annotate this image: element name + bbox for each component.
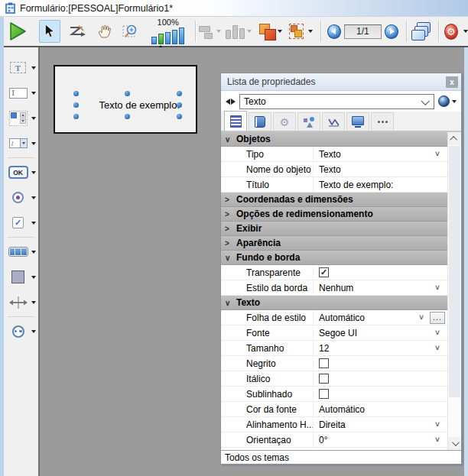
zoom-bar-4[interactable] xyxy=(172,30,177,44)
form-canvas[interactable]: Texto de exemplo: Lista de propriedades … xyxy=(40,47,464,476)
scroll-up-button[interactable] xyxy=(448,132,461,145)
chevron-down-icon[interactable]: ∨ xyxy=(418,313,424,322)
chevron-down-icon[interactable] xyxy=(31,117,36,120)
chevron-down-icon[interactable] xyxy=(31,66,36,70)
group-button[interactable] xyxy=(289,20,313,43)
selected-text-object[interactable]: Texto de exemplo: xyxy=(76,93,180,117)
property-value[interactable]: 0°∨ xyxy=(313,432,447,447)
chevron-down-icon[interactable] xyxy=(31,276,36,279)
section-header[interactable]: >Opções de redimensionamento xyxy=(221,207,447,222)
vertical-scrollbar[interactable] xyxy=(447,132,461,450)
object-prev-next-buttons[interactable] xyxy=(226,99,236,105)
next-page-button[interactable] xyxy=(385,24,398,39)
form-pages-button[interactable] xyxy=(411,20,433,43)
move-tool-button[interactable] xyxy=(94,20,115,43)
section-header[interactable]: ∨Fundo e borda xyxy=(221,251,447,265)
zoom-bar-3[interactable] xyxy=(165,32,171,44)
create-rectangle-tool[interactable] xyxy=(4,264,38,290)
object-selector-dropdown[interactable]: Texto xyxy=(239,94,434,109)
tab-chart[interactable] xyxy=(322,112,345,131)
chevron-down-icon[interactable]: ∨ xyxy=(434,283,440,292)
tab-settings[interactable]: ⚙ xyxy=(273,112,296,131)
selection-handle[interactable] xyxy=(177,91,182,96)
selection-handle[interactable] xyxy=(177,102,182,108)
section-header[interactable]: >Aparência xyxy=(221,236,447,251)
chevron-down-icon[interactable] xyxy=(31,196,36,199)
create-checkbox-tool[interactable]: ✓ xyxy=(4,210,38,235)
chevron-down-icon[interactable] xyxy=(31,142,36,145)
property-value[interactable]: Automático∨... xyxy=(313,310,447,325)
property-value[interactable]: Direita∨ xyxy=(313,417,447,432)
checkbox-unchecked[interactable] xyxy=(319,374,329,384)
checkbox-unchecked[interactable] xyxy=(319,358,329,368)
checkbox-checked[interactable]: ✓ xyxy=(319,267,329,277)
property-value[interactable]: Segoe UI∨ xyxy=(313,325,447,340)
scrollbar-thumb[interactable] xyxy=(449,146,460,397)
zoom-tool-button[interactable] xyxy=(120,20,141,43)
property-value[interactable]: 12∨ xyxy=(313,341,447,355)
chevron-down-icon[interactable] xyxy=(308,30,313,33)
chevron-down-icon[interactable]: ∨ xyxy=(434,436,440,444)
entry-order-tool-button[interactable] xyxy=(67,20,88,43)
section-header[interactable]: >Exibir xyxy=(221,222,447,236)
chevron-down-icon[interactable]: ∨ xyxy=(434,150,440,158)
chevron-down-icon[interactable] xyxy=(31,330,36,333)
zoom-scale-widget[interactable]: 100% xyxy=(148,18,188,44)
page-indicator: 1/1 xyxy=(344,24,382,39)
settings-button[interactable]: ⚙ xyxy=(444,20,468,43)
chevron-down-icon[interactable] xyxy=(278,30,282,33)
selection-handle[interactable] xyxy=(73,114,79,119)
create-input-tool[interactable]: I xyxy=(4,80,38,105)
chevron-down-icon[interactable] xyxy=(31,301,36,304)
chevron-down-icon[interactable] xyxy=(31,251,36,254)
create-plugin-area-tool[interactable] xyxy=(4,319,38,344)
zoom-bar-5[interactable] xyxy=(179,28,184,44)
close-button[interactable]: x xyxy=(446,76,458,88)
zoom-bars[interactable] xyxy=(151,28,184,44)
chevron-down-icon[interactable] xyxy=(31,92,36,95)
tab-events[interactable] xyxy=(249,112,271,131)
selection-handle[interactable] xyxy=(73,102,79,108)
section-header[interactable]: ∨Objetos xyxy=(221,132,447,147)
create-text-tool[interactable]: T xyxy=(4,55,38,80)
chevron-down-icon[interactable] xyxy=(31,222,36,225)
tab-display[interactable] xyxy=(346,112,369,131)
zoom-bar-current[interactable] xyxy=(158,34,164,44)
property-value[interactable]: Texto∨ xyxy=(313,147,447,161)
chevron-down-icon[interactable]: ∨ xyxy=(434,329,440,337)
chevron-down-icon[interactable] xyxy=(31,171,36,174)
section-header[interactable]: >Coordenadas e dimensões xyxy=(221,193,447,207)
panel-titlebar[interactable]: Lista de propriedades x xyxy=(221,73,461,91)
chevron-down-icon[interactable]: ∨ xyxy=(434,344,440,352)
tab-objects[interactable] xyxy=(297,112,320,131)
create-button-grid-tool[interactable] xyxy=(4,239,38,264)
selection-handle[interactable] xyxy=(177,114,182,119)
form-page-area[interactable]: Texto de exemplo: xyxy=(54,65,197,134)
ellipsis-button[interactable]: ... xyxy=(430,312,445,324)
selection-handle[interactable] xyxy=(125,114,130,119)
create-radio-tool[interactable] xyxy=(4,185,38,210)
chevron-down-icon[interactable]: ∨ xyxy=(434,420,440,429)
zoom-bar-1[interactable] xyxy=(151,37,157,44)
scrollbar-track[interactable] xyxy=(448,145,461,437)
selection-handle[interactable] xyxy=(73,91,79,96)
previous-page-button[interactable] xyxy=(327,24,341,39)
selection-handle[interactable] xyxy=(125,91,130,96)
create-combobox-tool[interactable]: I xyxy=(4,131,38,156)
checkbox-unchecked[interactable] xyxy=(319,389,329,399)
section-header[interactable]: ∨Texto xyxy=(221,296,447,310)
scroll-down-button[interactable] xyxy=(448,437,461,450)
create-splitter-tool[interactable] xyxy=(4,290,38,315)
tab-more[interactable] xyxy=(371,112,394,131)
create-button-tool[interactable]: OK xyxy=(4,160,38,185)
view-options-button[interactable] xyxy=(438,96,457,107)
arrow-right-icon[interactable] xyxy=(231,99,236,105)
execute-form-button[interactable] xyxy=(7,20,28,43)
select-tool-button[interactable] xyxy=(39,20,60,43)
tab-properties-list[interactable] xyxy=(224,111,247,131)
create-listbox-tool[interactable] xyxy=(4,105,38,131)
levels-button[interactable] xyxy=(258,20,282,43)
property-value[interactable]: Nenhum∨ xyxy=(313,280,447,295)
arrow-left-icon[interactable] xyxy=(226,99,230,105)
chevron-down-icon[interactable] xyxy=(463,30,468,33)
